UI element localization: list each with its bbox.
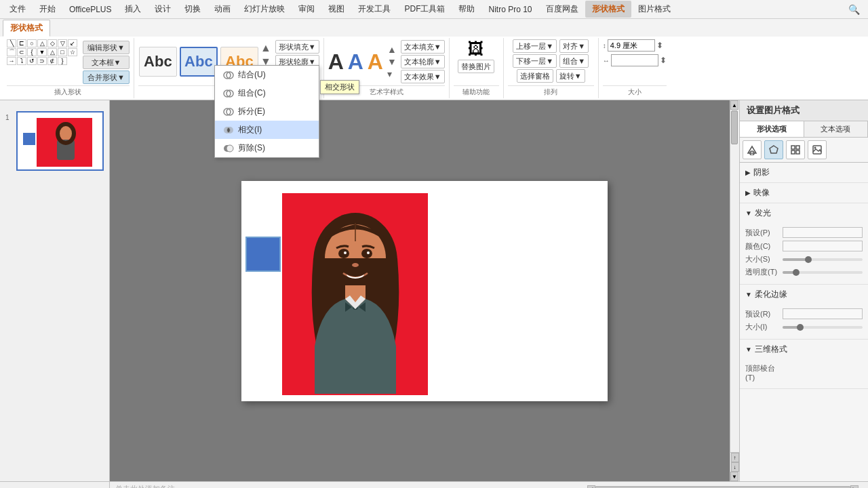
style-scroll-up[interactable]: ▲: [260, 42, 271, 54]
shape-icon-11[interactable]: △: [47, 48, 57, 56]
section-reflection-header[interactable]: ▶ 映像: [740, 183, 868, 203]
art-word-1[interactable]: A: [328, 49, 344, 75]
panel-pentagon-icon-btn[interactable]: [764, 140, 783, 159]
search-icon[interactable]: 🔍: [843, 4, 865, 15]
move-up-button[interactable]: 上移一层▼: [513, 39, 557, 53]
merge-subtract-item[interactable]: 剪除(S): [215, 139, 319, 157]
group-button[interactable]: 组合▼: [559, 54, 589, 68]
rotate-button[interactable]: 旋转▼: [556, 69, 585, 83]
slide-canvas[interactable]: [241, 181, 608, 401]
text-fill-button[interactable]: 文本填充▼: [401, 40, 445, 54]
glow-color-button[interactable]: [783, 241, 863, 251]
panel-grid-icon-btn[interactable]: [786, 140, 805, 159]
select-pane-button[interactable]: 选择窗格: [517, 69, 553, 83]
panel-image-icon-btn[interactable]: [808, 140, 827, 159]
menu-animation[interactable]: 动画: [208, 1, 237, 18]
shape-icon-8[interactable]: ⌒: [7, 48, 16, 56]
glow-size-thumb[interactable]: [805, 256, 812, 263]
menu-review[interactable]: 审阅: [292, 1, 321, 18]
size-width-input[interactable]: [611, 54, 658, 66]
menu-file[interactable]: 文件: [3, 1, 33, 18]
move-down-button[interactable]: 下移一层▼: [513, 54, 557, 68]
shape-icon-12[interactable]: □: [58, 48, 67, 56]
menu-pdf[interactable]: PDF工具箱: [397, 1, 452, 18]
tab-text-options[interactable]: 文本选项: [804, 121, 869, 137]
section-shadow-header[interactable]: ▶ 阴影: [740, 163, 868, 182]
glow-transparency-thumb[interactable]: [793, 269, 800, 276]
size-height-input[interactable]: [608, 39, 655, 52]
shape-icon-15[interactable]: ⤵: [17, 57, 26, 65]
vscroll-up-btn[interactable]: ▲: [730, 100, 738, 110]
soft-edge-size-thumb[interactable]: [797, 324, 804, 331]
replace-image-button[interactable]: 替换图片: [458, 60, 494, 73]
artword-scroll-up[interactable]: ▲: [387, 44, 397, 55]
glow-size-slider[interactable]: [783, 258, 863, 261]
shape-icon-1[interactable]: ╲: [7, 39, 16, 47]
shape-icon-4[interactable]: △: [37, 39, 47, 47]
shape-icon-2[interactable]: ⊏: [17, 39, 26, 47]
tab-shape-format[interactable]: 形状格式: [3, 20, 50, 37]
shape-icon-7[interactable]: ↙: [68, 39, 77, 47]
shape-icon-9[interactable]: ⊂: [17, 48, 26, 56]
section-glow-header[interactable]: ▼ 发光: [740, 203, 868, 223]
shape-style-btn-2[interactable]: Abc: [180, 47, 218, 77]
menu-transition[interactable]: 切换: [178, 1, 208, 18]
glow-transparency-slider[interactable]: [783, 271, 863, 274]
merge-shapes-button[interactable]: 合并形状▼: [83, 70, 130, 84]
text-box-button[interactable]: 文本框▼: [83, 56, 130, 69]
section-3d-header[interactable]: ▼ 三维格式: [740, 340, 868, 359]
tab-shape-options[interactable]: 形状选项: [740, 121, 804, 137]
menu-insert[interactable]: 插入: [118, 1, 148, 18]
art-word-2[interactable]: A: [348, 49, 363, 75]
align-button[interactable]: 对齐▼: [559, 39, 589, 53]
merge-group-item[interactable]: 组合(C): [215, 84, 319, 102]
menu-help[interactable]: 帮助: [452, 1, 481, 18]
merge-combine-item[interactable]: 结合(U): [215, 66, 319, 84]
shape-icon-18[interactable]: ⊄: [47, 57, 57, 65]
shape-style-btn-1[interactable]: Abc: [139, 47, 177, 77]
art-word-3[interactable]: A: [368, 49, 383, 75]
merge-split-item[interactable]: 拆分(E): [215, 102, 319, 121]
section-soft-edge-header[interactable]: ▼ 柔化边缘: [740, 285, 868, 304]
size-width-spin[interactable]: ⬍: [660, 56, 667, 65]
artword-expand[interactable]: ▾: [387, 68, 397, 79]
shape-icon-3[interactable]: ○: [27, 39, 37, 47]
shape-dropdown-icon[interactable]: ▼: [37, 48, 47, 56]
vscroll-nav-up[interactable]: ↑: [731, 453, 739, 462]
artword-scroll-down[interactable]: ▼: [387, 56, 397, 67]
menu-design[interactable]: 设计: [148, 1, 178, 18]
shape-icon-16[interactable]: ↺: [27, 57, 37, 65]
glow-preset-button[interactable]: [783, 227, 863, 238]
vscroll-down-btn[interactable]: ▼: [730, 472, 738, 481]
menu-officeplus[interactable]: OfficePLUS: [62, 2, 118, 17]
menu-devtools[interactable]: 开发工具: [351, 1, 397, 18]
merge-intersect-item[interactable]: 相交(I): [215, 121, 319, 139]
shape-icon-19[interactable]: }: [58, 57, 67, 65]
menu-start[interactable]: 开始: [33, 1, 62, 18]
shape-icon-13[interactable]: ☆: [68, 48, 77, 56]
shape-icon-10[interactable]: {: [27, 48, 37, 56]
vscroll-thumb[interactable]: [731, 110, 738, 144]
edit-shape-button[interactable]: 编辑形状▼: [83, 41, 130, 54]
text-outline-button[interactable]: 文本轮廓▼: [401, 55, 445, 68]
menu-picture-format[interactable]: 图片格式: [631, 1, 677, 18]
replace-image-icon[interactable]: 🖼: [468, 39, 484, 58]
soft-edge-preset-button[interactable]: [783, 308, 863, 319]
hscroll-right-btn[interactable]: ►: [850, 485, 859, 489]
shape-fill-button[interactable]: 形状填充▼: [275, 40, 319, 54]
shape-icon-17[interactable]: ⊃: [37, 57, 47, 65]
menu-slideshow[interactable]: 幻灯片放映: [237, 1, 292, 18]
menu-baidu[interactable]: 百度网盘: [539, 1, 585, 18]
shape-icon-14[interactable]: →: [7, 57, 16, 65]
slide-thumbnail-1[interactable]: [16, 111, 104, 171]
panel-shape-icon-btn[interactable]: [743, 140, 762, 159]
menu-view[interactable]: 视图: [321, 1, 351, 18]
size-height-spin[interactable]: ⬍: [656, 41, 663, 50]
soft-edge-size-slider[interactable]: [783, 326, 863, 329]
hscroll-left-btn[interactable]: ◄: [587, 485, 595, 489]
slide-blue-square[interactable]: [245, 237, 281, 272]
shape-icon-5[interactable]: ◇: [47, 39, 57, 47]
vscroll-nav-down[interactable]: ↓: [731, 462, 739, 472]
shape-icon-6[interactable]: ▽: [58, 39, 67, 47]
menu-shape-format[interactable]: 形状格式: [585, 1, 631, 18]
